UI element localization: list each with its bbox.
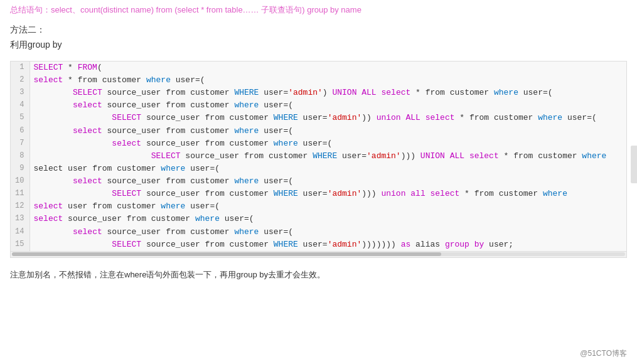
code-row: 11 SELECT source_user from customer WHER… <box>11 188 626 200</box>
code-row: 1 SELECT * FROM( <box>11 62 626 74</box>
line-num: 12 <box>11 200 29 213</box>
code-row: 4 select source_user from customer where… <box>11 99 626 112</box>
method2-label: 方法二： <box>10 24 45 35</box>
footer-note: 注意加别名，不然报错，注意在where语句外面包装一下，再用group by去重… <box>0 263 637 284</box>
code-row: 6 select source_user from customer where… <box>11 125 626 137</box>
line-num: 8 <box>11 150 29 163</box>
line-num: 2 <box>11 74 29 87</box>
code-line: select user from customer where user=( <box>29 200 626 213</box>
code-row: 12 select user from customer where user=… <box>11 200 626 213</box>
line-num: 5 <box>11 112 29 124</box>
code-block: 1 SELECT * FROM( 2 select * from custome… <box>10 61 627 258</box>
top-intro: 总结语句：select、count(distinct name) from (s… <box>0 0 637 19</box>
scrollbar-thumb <box>12 252 441 256</box>
line-num: 6 <box>11 125 29 137</box>
intro-link: 总结语句：select、count(distinct name) from (s… <box>10 5 361 14</box>
line-num: 10 <box>11 175 29 188</box>
line-num: 15 <box>11 238 29 251</box>
horizontal-scrollbar[interactable] <box>11 251 626 257</box>
code-row: 15 SELECT source_user from customer WHER… <box>11 238 626 251</box>
code-line: SELECT source_user from customer WHERE u… <box>29 188 626 200</box>
code-row: 7 select source_user from customer where… <box>11 137 626 150</box>
code-line: select source_user from customer where u… <box>29 99 626 112</box>
line-num: 1 <box>11 62 29 74</box>
line-num: 4 <box>11 99 29 112</box>
page-wrapper: 总结语句：select、count(distinct name) from (s… <box>0 0 637 364</box>
code-row: 3 SELECT source_user from customer WHERE… <box>11 87 626 99</box>
code-row: 13 select source_user from customer wher… <box>11 213 626 225</box>
code-row: 8 SELECT source_user from customer WHERE… <box>11 150 626 163</box>
brand-text: @51CTO博客 <box>580 348 627 359</box>
scrollbar-track <box>12 252 625 256</box>
code-line: select source_user from customer where u… <box>29 125 626 137</box>
code-line: select source_user from customer where u… <box>29 226 626 238</box>
code-table: 1 SELECT * FROM( 2 select * from custome… <box>11 62 626 251</box>
code-row: 2 select * from customer where user=( <box>11 74 626 87</box>
line-num: 11 <box>11 188 29 200</box>
code-line: select source_user from customer where u… <box>29 213 626 225</box>
method-label: 方法二： <box>0 19 637 38</box>
line-num: 14 <box>11 226 29 238</box>
brand-label: @51CTO博客 <box>580 349 627 358</box>
code-line: SELECT * FROM( <box>29 62 626 74</box>
code-line: select user from customer where user=( <box>29 163 626 175</box>
code-row: 9 select user from customer where user=( <box>11 163 626 175</box>
code-row: 10 select source_user from customer wher… <box>11 175 626 188</box>
code-line: select source_user from customer where u… <box>29 137 626 150</box>
code-line: select source_user from customer where u… <box>29 175 626 188</box>
code-row: 14 select source_user from customer wher… <box>11 226 626 238</box>
code-line: SELECT source_user from customer WHERE u… <box>29 150 626 163</box>
code-line: SELECT source_user from customer WHERE u… <box>29 238 626 251</box>
code-line: select * from customer where user=( <box>29 74 626 87</box>
side-scroll-tab[interactable] <box>631 146 637 183</box>
code-row: 5 SELECT source_user from customer WHERE… <box>11 112 626 124</box>
group-by-label: 利用group by <box>0 38 637 56</box>
line-num: 13 <box>11 213 29 225</box>
sublabel-text: 利用group by <box>10 40 62 50</box>
line-num: 3 <box>11 87 29 99</box>
code-line: SELECT source_user from customer WHERE u… <box>29 112 626 124</box>
code-line: SELECT source_user from customer WHERE u… <box>29 87 626 99</box>
footer-note-text: 注意加别名，不然报错，注意在where语句外面包装一下，再用group by去重… <box>10 270 325 279</box>
line-num: 7 <box>11 137 29 150</box>
line-num: 9 <box>11 163 29 175</box>
